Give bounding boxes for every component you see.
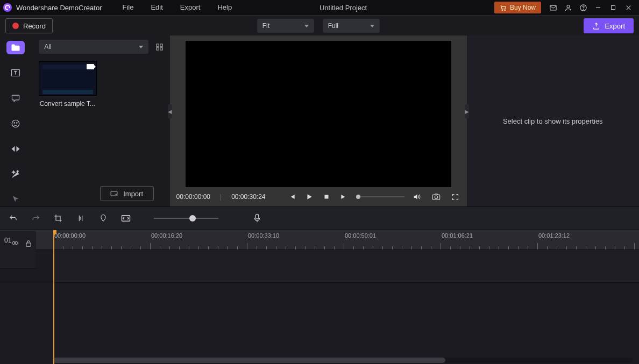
timeline: 02 01 00:00:00:00 00:00:16:20 00:00:33:1…	[0, 230, 639, 364]
svg-rect-12	[160, 44, 162, 46]
mail-icon[interactable]	[545, 0, 560, 15]
chevron-down-icon	[139, 46, 143, 48]
svg-point-10	[17, 123, 18, 124]
grid-view-icon[interactable]	[154, 41, 166, 53]
timeline-gutter: 02 01	[0, 230, 53, 364]
record-dot-icon	[12, 23, 19, 29]
svg-rect-6	[612, 6, 615, 10]
fullscreen-icon[interactable]	[451, 192, 460, 202]
timeline-ruler[interactable]: 00:00:00:00 00:00:16:20 00:00:33:10 00:0…	[53, 230, 639, 250]
rail-text-icon[interactable]	[6, 66, 25, 80]
voiceover-button[interactable]	[252, 213, 262, 224]
svg-rect-17	[432, 195, 439, 199]
svg-point-18	[435, 196, 437, 198]
buy-now-button[interactable]: Buy Now	[494, 2, 541, 13]
svg-point-9	[14, 123, 15, 124]
timeline-tracks[interactable]: 00:00:00:00 00:00:16:20 00:00:33:10 00:0…	[53, 230, 639, 364]
minimize-icon[interactable]	[591, 0, 606, 15]
prev-frame-button[interactable]	[287, 192, 297, 202]
media-filter-combo[interactable]: All	[39, 40, 148, 54]
chevron-down-icon	[370, 25, 374, 27]
app-logo-icon	[3, 3, 12, 12]
fit-combo[interactable]: Fit	[257, 19, 314, 33]
transport-bar: 00:00:00:00 | 00:00:30:24	[170, 187, 467, 206]
export-label: Export	[605, 22, 625, 30]
import-button[interactable]: Import	[100, 186, 154, 201]
media-panel: All Convert sample T...	[31, 35, 169, 206]
rail-sticker-icon[interactable]	[6, 117, 25, 130]
progress-slider[interactable]	[356, 196, 404, 197]
snapshot-icon[interactable]	[431, 192, 441, 202]
preview-canvas[interactable]	[186, 41, 451, 187]
timeline-scrollbar[interactable]	[53, 358, 633, 363]
timeline-zoom-slider[interactable]	[154, 218, 218, 219]
timeline-toolbar	[0, 206, 639, 230]
eye-icon[interactable]	[11, 240, 19, 246]
fit-combo-label: Fit	[262, 22, 269, 30]
svg-rect-14	[160, 47, 162, 49]
export-button[interactable]: Export	[584, 18, 634, 33]
play-button[interactable]	[304, 192, 314, 202]
export-icon	[592, 22, 600, 30]
video-badge-icon	[87, 64, 94, 69]
timecode-position: 00:00:00:00	[176, 193, 210, 201]
crop-button[interactable]	[53, 213, 63, 224]
ruler-label: 00:01:23:12	[538, 232, 570, 239]
rail-media-icon[interactable]	[6, 41, 25, 54]
maximize-icon[interactable]	[606, 0, 621, 15]
volume-icon[interactable]	[412, 192, 422, 202]
title-bar: Wondershare DemoCreator File Edit Export…	[0, 0, 639, 15]
project-title: Untitled Project	[192, 4, 494, 12]
ruler-label: 00:00:50:01	[345, 232, 376, 239]
aspect-button[interactable]	[120, 213, 131, 224]
ruler-label: 00:00:00:00	[54, 232, 86, 239]
thumbnail-image	[39, 61, 97, 96]
app-name: Wondershare DemoCreator	[16, 4, 102, 12]
account-icon[interactable]	[560, 0, 576, 15]
side-rail	[0, 35, 31, 206]
undo-button[interactable]	[8, 213, 18, 224]
svg-rect-16	[324, 195, 328, 199]
svg-rect-11	[157, 44, 159, 46]
next-frame-button[interactable]	[339, 192, 349, 202]
ruler-label: 00:00:33:10	[248, 232, 279, 239]
svg-point-8	[12, 120, 19, 127]
svg-rect-20	[255, 214, 259, 219]
record-button[interactable]: Record	[5, 18, 53, 33]
chevron-down-icon	[304, 25, 309, 27]
rail-transition-icon[interactable]	[6, 142, 25, 156]
panel-collapse-right[interactable]: ▶	[465, 104, 469, 118]
stop-button[interactable]	[322, 192, 331, 202]
toolbar: Record Fit Full Export	[0, 15, 639, 36]
rail-caption-icon[interactable]	[6, 91, 25, 105]
redo-button[interactable]	[30, 213, 41, 224]
close-icon[interactable]	[621, 0, 636, 15]
help-icon[interactable]	[576, 0, 591, 15]
media-thumbnail[interactable]: Convert sample T...	[39, 61, 96, 108]
svg-point-1	[505, 10, 506, 11]
svg-point-5	[583, 9, 584, 10]
full-combo[interactable]: Full	[323, 19, 380, 33]
menu-file[interactable]: File	[113, 0, 142, 15]
rail-effects-icon[interactable]	[6, 168, 25, 181]
svg-point-0	[502, 10, 503, 11]
playhead[interactable]	[53, 230, 54, 364]
track-row-empty[interactable]	[53, 250, 639, 283]
media-filter-label: All	[44, 43, 51, 51]
marker-button[interactable]	[98, 213, 109, 224]
cart-icon	[500, 4, 507, 11]
timecode-separator: |	[220, 193, 222, 201]
track-number: 01	[4, 237, 11, 263]
properties-placeholder: Select clip to show its properties	[503, 117, 603, 125]
panel-collapse-left[interactable]: ◀	[168, 104, 172, 118]
preview-panel: ◀ ▶ 00:00:00:00 | 00:00:30:24	[170, 35, 467, 206]
rail-cursor-icon[interactable]	[6, 193, 25, 206]
properties-panel: Select clip to show its properties	[467, 35, 639, 206]
full-combo-label: Full	[328, 22, 338, 30]
svg-point-3	[567, 5, 570, 8]
menu-edit[interactable]: Edit	[142, 0, 171, 15]
svg-rect-15	[111, 191, 117, 196]
track-header-01[interactable]: 01	[0, 231, 36, 269]
split-button[interactable]	[75, 213, 86, 224]
unlock-icon[interactable]	[25, 240, 32, 247]
